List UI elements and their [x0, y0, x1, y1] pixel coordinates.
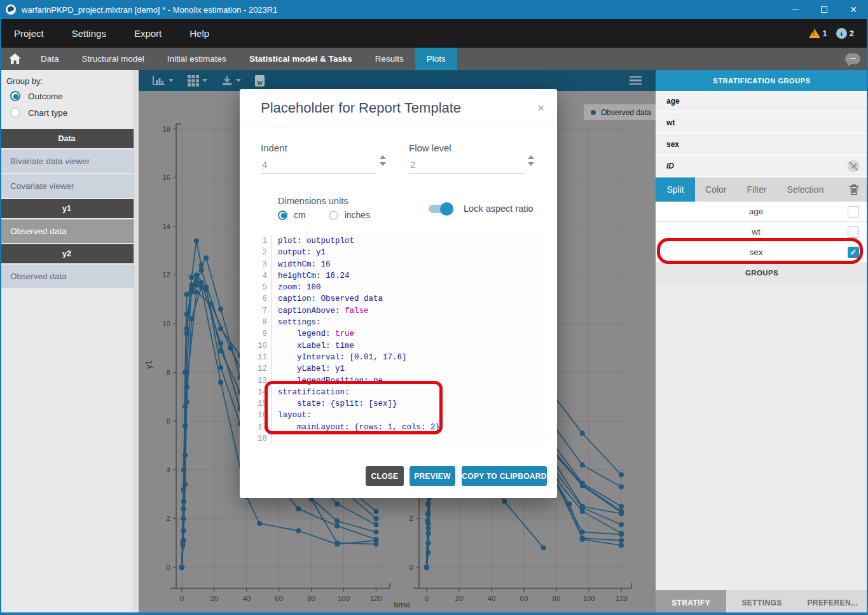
code-text: xLabel: time [271, 340, 544, 352]
split-row-age[interactable]: age [656, 202, 868, 222]
split-row-sex[interactable]: sex✓ [656, 242, 868, 263]
line-number: 13 [254, 375, 271, 387]
line-number: 1 [254, 235, 271, 247]
code-line: 17 mainLayout: {rows: 1, cols: 2} [254, 422, 544, 433]
word-report-button[interactable]: W [255, 75, 265, 86]
tab-settings[interactable]: SETTINGS [726, 590, 797, 615]
group-by-outcome-option[interactable]: Outcome [10, 91, 127, 101]
line-number: 8 [254, 317, 271, 328]
spin-down-icon[interactable] [528, 162, 534, 166]
line-number: 6 [254, 293, 271, 305]
spin-down-icon[interactable] [380, 162, 386, 166]
maximize-button[interactable] [809, 0, 839, 19]
minimize-button[interactable] [780, 0, 809, 19]
split-row-wt[interactable]: wt [656, 222, 868, 242]
tab-preferences[interactable]: PREFEREN... [797, 590, 868, 615]
code-text: plot: outputplot [271, 235, 544, 247]
line-number: 15 [254, 398, 271, 410]
covariate-label: age [666, 97, 680, 106]
titlebar: warfarinPKPD_project.mlxtran [demo] * - … [0, 0, 868, 19]
split-checkbox-wt[interactable] [848, 226, 859, 238]
svg-text:14: 14 [162, 223, 170, 230]
svg-text:2: 2 [167, 515, 170, 522]
menu-settings[interactable]: Settings [58, 20, 120, 46]
sidebar-item-observed-data-y1[interactable]: Observed data [0, 219, 134, 243]
stratification-groups-header: STRATIFICATION GROUPS [656, 70, 868, 91]
report-placeholder-dialog: Placeholder for Report Template × Indent… [240, 89, 557, 498]
window-border-left [0, 19, 1, 615]
info-indicator[interactable]: i 2 [836, 28, 854, 39]
inches-radio[interactable] [329, 211, 338, 220]
warning-indicator[interactable]: 1 [809, 29, 827, 38]
code-text: settings: [271, 317, 544, 328]
indent-value[interactable]: 4 [262, 159, 267, 170]
grid-icon [188, 75, 199, 86]
code-text: output: y1 [271, 247, 544, 258]
code-text: legendPosition: ne [271, 375, 544, 387]
sidebar-item-observed-data-y2[interactable]: Observed data [0, 265, 134, 288]
color-picker-disabled-icon[interactable] [846, 159, 860, 173]
close-window-button[interactable]: ✕ [839, 0, 868, 19]
tab-structural-model[interactable]: Structural model [71, 48, 156, 70]
menu-project[interactable]: Project [0, 20, 58, 46]
split-checkbox-sex[interactable]: ✓ [848, 247, 859, 258]
tab-split[interactable]: Split [656, 177, 695, 202]
code-text: yInterval: [0.01, 17.6] [271, 352, 544, 363]
bar-chart-icon [153, 75, 165, 86]
tab-initial-estimates[interactable]: Initial estimates [156, 48, 238, 70]
preview-button[interactable]: PREVIEW [410, 466, 455, 486]
code-line: 11 yInterval: [0.01, 17.6] [254, 352, 544, 363]
copy-to-clipboard-button[interactable]: COPY TO CLIPBOARD [462, 466, 547, 486]
sidebar-section-y1: y1 [0, 199, 134, 218]
code-line: 15 state: {split: [sex]} [254, 398, 544, 410]
indent-stepper[interactable] [380, 155, 386, 166]
code-line: 8settings: [254, 317, 544, 328]
plot-legend[interactable]: Observed data [584, 104, 656, 120]
tab-stratify[interactable]: STRATIFY [656, 590, 726, 615]
placeholder-code-editor[interactable]: 1plot: outputplot2output: y13widthCm: 16… [254, 235, 544, 446]
tab-color[interactable]: Color [695, 177, 736, 202]
flow-level-stepper[interactable] [528, 155, 534, 166]
tab-home[interactable] [0, 48, 29, 70]
tab-filter[interactable]: Filter [736, 177, 776, 202]
tab-statistical-model-tasks[interactable]: Statistical model & Tasks [238, 48, 364, 70]
warning-count: 1 [823, 29, 827, 38]
tab-data[interactable]: Data [29, 48, 71, 70]
spin-up-icon[interactable] [380, 155, 386, 159]
close-button[interactable]: CLOSE [366, 466, 404, 486]
sidebar-item-bivariate-data-viewer[interactable]: Bivariate data viewer [0, 149, 134, 173]
close-dialog-icon[interactable]: × [537, 101, 544, 115]
menu-export[interactable]: Export [120, 20, 176, 46]
split-row-label: sex [665, 247, 848, 257]
spin-up-icon[interactable] [528, 155, 534, 159]
export-plot-button[interactable] [221, 75, 241, 86]
line-number: 11 [254, 352, 271, 363]
code-text [271, 433, 544, 445]
chart-type-button[interactable] [153, 75, 174, 86]
split-checkbox-age[interactable] [848, 206, 859, 218]
main-tabbar: Data Structural model Initial estimates … [0, 48, 868, 70]
line-number: 3 [254, 259, 271, 270]
covariate-row-id[interactable]: ID [656, 156, 868, 177]
group-by-charttype-option[interactable]: Chart type [10, 107, 127, 118]
tab-plots[interactable]: Plots [415, 48, 457, 70]
radio-unselected-icon [10, 107, 20, 118]
covariate-row-sex[interactable]: sex [656, 134, 868, 156]
code-text: captionAbove: false [271, 305, 544, 317]
sidebar-scrollbar[interactable] [134, 70, 139, 615]
group-by-charttype-label: Chart type [28, 108, 67, 118]
sidebar-item-covariate-viewer[interactable]: Covariate viewer [0, 174, 134, 198]
covariate-row-wt[interactable]: wt [656, 113, 868, 134]
menu-help[interactable]: Help [176, 20, 223, 46]
feedback-bubble-icon[interactable] [845, 53, 860, 64]
tab-results[interactable]: Results [364, 48, 415, 70]
reset-stratification-button[interactable] [849, 177, 859, 202]
code-line: 7captionAbove: false [254, 305, 544, 317]
lock-aspect-ratio-toggle[interactable] [429, 205, 452, 213]
layout-grid-button[interactable] [188, 75, 207, 86]
cm-radio[interactable] [278, 211, 287, 220]
covariate-row-age[interactable]: age [656, 91, 868, 113]
flow-level-value[interactable]: 2 [410, 159, 415, 170]
tab-selection[interactable]: Selection [777, 177, 834, 202]
plot-menu-button[interactable] [630, 76, 642, 85]
